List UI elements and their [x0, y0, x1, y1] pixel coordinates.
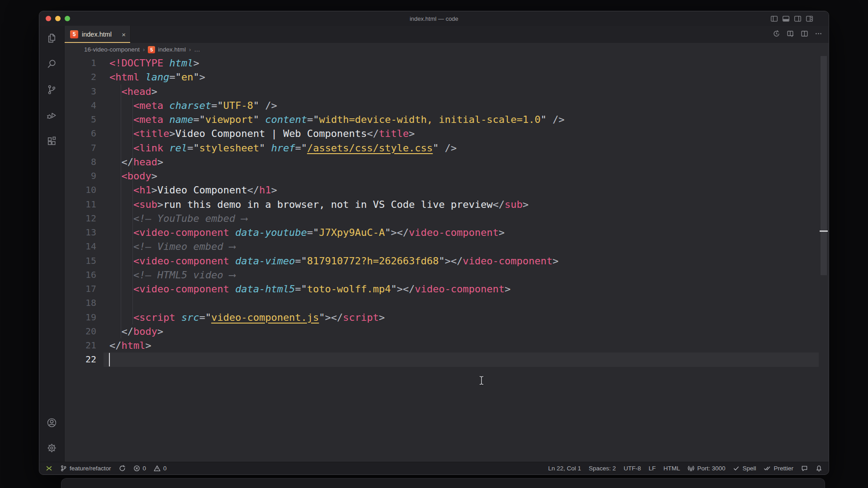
code-line-text[interactable]: <video-component data-vimeo="817910772?h…	[109, 254, 558, 268]
accounts-icon[interactable]	[46, 417, 58, 428]
code-line-text[interactable]: <meta charset="UTF-8" />	[109, 99, 277, 113]
minimize-window-button[interactable]	[55, 16, 61, 21]
code-line-text[interactable]: <video-component data-youtube="J7Xpy9AuC…	[109, 225, 505, 239]
code-line[interactable]: 19 <script src="video-component.js"></sc…	[65, 310, 829, 324]
line-number[interactable]: 15	[65, 254, 109, 268]
more-actions-icon[interactable]	[815, 30, 822, 39]
line-number[interactable]: 18	[65, 296, 109, 310]
code-line-text[interactable]: <sub>run this demo in a browser, not in …	[109, 197, 528, 211]
line-number[interactable]: 16	[65, 268, 109, 282]
scrollbar-thumb[interactable]	[821, 56, 827, 275]
code-line-text[interactable]: <html lang="en">	[109, 70, 205, 84]
line-number[interactable]: 6	[65, 127, 109, 141]
code-line[interactable]: 1<!DOCTYPE html>	[65, 56, 829, 70]
status-item-git-branch[interactable]: feature/refactor	[60, 465, 111, 472]
breadcrumb-item[interactable]: 16-video-component	[84, 46, 140, 53]
layout-panel-icon[interactable]	[782, 15, 790, 23]
layout-customize-icon[interactable]	[806, 15, 813, 23]
status-item-warning[interactable]: 0	[154, 465, 167, 472]
status-item-broadcast[interactable]: Port: 3000	[688, 465, 725, 472]
close-tab-icon[interactable]: ×	[122, 31, 126, 38]
status-item[interactable]: HTML	[663, 465, 680, 472]
code-line[interactable]: 10 <h1>Video Component</h1>	[65, 183, 829, 197]
status-item[interactable]: Spaces: 2	[589, 465, 616, 472]
code-line[interactable]: 20 </body>	[65, 324, 829, 338]
code-line-text[interactable]: <head>	[109, 84, 157, 99]
code-line[interactable]: 7 <link rel="stylesheet" href="/assets/c…	[65, 141, 829, 155]
tab-index-html[interactable]: 5 index.html ×	[65, 26, 131, 43]
code-line[interactable]: 14 <!— Vimeo embed ⟶	[65, 239, 829, 253]
breadcrumb-item[interactable]: …	[194, 46, 200, 53]
code-line-text[interactable]: <body>	[109, 169, 157, 183]
line-number[interactable]: 12	[65, 211, 109, 225]
code-editor[interactable]: 1<!DOCTYPE html>2<html lang="en">3 <head…	[65, 56, 829, 462]
code-line-text[interactable]: <meta name="viewport" content="width=dev…	[109, 113, 565, 127]
line-number[interactable]: 8	[65, 155, 109, 169]
code-line[interactable]: 11 <sub>run this demo in a browser, not …	[65, 197, 829, 211]
line-number[interactable]: 13	[65, 225, 109, 239]
code-line[interactable]: 15 <video-component data-vimeo="81791077…	[65, 254, 829, 268]
code-line[interactable]: 12 <!— YouTube embed ⟶	[65, 211, 829, 225]
code-line[interactable]: 2<html lang="en">	[65, 70, 829, 84]
line-number[interactable]: 22	[65, 352, 109, 366]
layout-sidebar-right-icon[interactable]	[794, 15, 802, 23]
code-line-text[interactable]: <script src="video-component.js"></scrip…	[109, 310, 385, 324]
line-number[interactable]: 14	[65, 239, 109, 253]
line-number[interactable]: 7	[65, 141, 109, 155]
line-number[interactable]: 11	[65, 197, 109, 211]
source-control-icon[interactable]	[46, 84, 58, 95]
status-item[interactable]: Ln 22, Col 1	[548, 465, 581, 472]
open-preview-icon[interactable]	[787, 30, 794, 39]
layout-sidebar-left-icon[interactable]	[770, 15, 778, 23]
split-editor-icon[interactable]	[801, 30, 808, 39]
line-number[interactable]: 19	[65, 310, 109, 324]
breadcrumb-item[interactable]: 5index.html	[148, 46, 186, 53]
code-line-text[interactable]: </body>	[109, 324, 163, 338]
line-number[interactable]: 17	[65, 282, 109, 296]
code-line[interactable]: 17 <video-component data-html5="toto-wol…	[65, 282, 829, 296]
close-window-button[interactable]	[46, 16, 51, 21]
line-number[interactable]: 20	[65, 324, 109, 338]
code-line-text[interactable]: <video-component data-html5="toto-wolff.…	[109, 282, 510, 296]
status-item-sync[interactable]	[119, 465, 126, 472]
status-item[interactable]: LF	[649, 465, 656, 472]
search-icon[interactable]	[46, 58, 58, 70]
extensions-icon[interactable]	[46, 135, 58, 147]
code-line-text[interactable]: <!— HTML5 video ⟶	[109, 268, 235, 282]
code-line-text[interactable]: <!DOCTYPE html>	[109, 56, 199, 70]
code-line-text[interactable]: <!— Vimeo embed ⟶	[109, 239, 235, 253]
status-item-feedback[interactable]	[801, 465, 808, 472]
code-line[interactable]: 8 </head>	[65, 155, 829, 169]
status-item-double-check[interactable]: Prettier	[764, 465, 793, 472]
code-line[interactable]: 22	[65, 352, 829, 366]
code-line[interactable]: 13 <video-component data-youtube="J7Xpy9…	[65, 225, 829, 239]
line-number[interactable]: 4	[65, 99, 109, 113]
code-line-text[interactable]: </html>	[109, 338, 151, 352]
run-and-debug-icon[interactable]	[46, 109, 58, 121]
line-number[interactable]: 2	[65, 70, 109, 84]
code-line[interactable]: 16 <!— HTML5 video ⟶	[65, 268, 829, 282]
line-number[interactable]: 10	[65, 183, 109, 197]
status-item-bell[interactable]	[816, 465, 822, 472]
status-item-check[interactable]: Spell	[733, 465, 756, 472]
status-item-remote[interactable]	[46, 465, 52, 472]
code-line[interactable]: 21</html>	[65, 338, 829, 352]
status-item-error[interactable]: 0	[133, 465, 146, 472]
code-line[interactable]: 4 <meta charset="UTF-8" />	[65, 99, 829, 113]
status-item[interactable]: UTF-8	[623, 465, 641, 472]
code-line[interactable]: 6 <title>Video Component | Web Component…	[65, 127, 829, 141]
code-line[interactable]: 3 <head>	[65, 84, 829, 99]
code-line-text[interactable]: <title>Video Component | Web Components<…	[109, 127, 415, 141]
code-line[interactable]: 18	[65, 296, 829, 310]
line-number[interactable]: 21	[65, 338, 109, 352]
line-number[interactable]: 5	[65, 113, 109, 127]
code-line-text[interactable]: </head>	[109, 155, 163, 169]
line-number[interactable]: 3	[65, 84, 109, 99]
settings-gear-icon[interactable]	[46, 442, 58, 454]
line-number[interactable]: 9	[65, 169, 109, 183]
zoom-window-button[interactable]	[65, 16, 70, 21]
line-number[interactable]: 1	[65, 56, 109, 70]
code-line-text[interactable]: <!— YouTube embed ⟶	[109, 211, 247, 225]
timeline-icon[interactable]	[773, 30, 780, 39]
code-line-text[interactable]: <h1>Video Component</h1>	[109, 183, 277, 197]
